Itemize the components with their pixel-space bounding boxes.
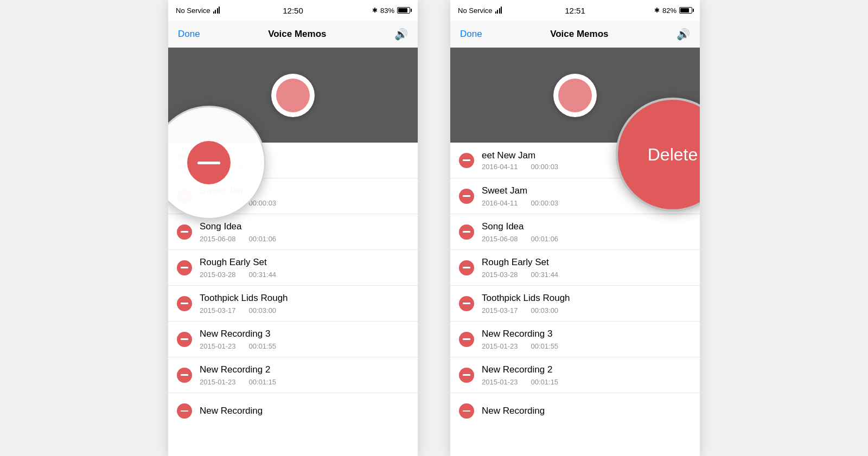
magnified-minus-btn[interactable] xyxy=(187,141,231,184)
recording-date: 2015-03-28 xyxy=(200,271,236,279)
minus-button-2-right[interactable] xyxy=(459,224,474,240)
recording-date: 2015-06-08 xyxy=(482,235,518,243)
battery-pct-right: 82% xyxy=(662,7,676,15)
list-item: New Recording 2 2015-01-23 00:01:15 xyxy=(450,357,700,393)
recording-duration: 00:01:15 xyxy=(531,378,559,386)
recording-duration: 00:01:06 xyxy=(531,235,559,243)
recording-duration: 00:01:55 xyxy=(249,342,277,350)
minus-button-6-left[interactable] xyxy=(177,368,192,383)
recording-duration: 00:00:03 xyxy=(249,199,277,207)
recording-name: Toothpick Lids Rough xyxy=(200,292,409,304)
wifi-icon-right xyxy=(495,7,502,14)
speaker-icon-right[interactable]: 🔊 xyxy=(676,28,690,41)
recording-duration: 00:01:06 xyxy=(249,235,277,243)
done-button-left[interactable]: Done xyxy=(178,29,200,40)
partial-date-right: 2016-04-11 xyxy=(482,163,518,171)
list-item: Song Idea 2015-06-08 00:01:06 xyxy=(168,214,418,250)
done-button-right[interactable]: Done xyxy=(460,29,482,40)
recording-date: 2015-01-23 xyxy=(200,378,236,386)
list-item: Toothpick Lids Rough 2015-03-17 00:03:00 xyxy=(168,286,418,322)
phone-panel-right: No Service 12:51 ✱ 82% Done Voice Memos … xyxy=(450,0,700,456)
recording-name: New Recording xyxy=(200,405,409,417)
status-right-right: ✱ 82% xyxy=(654,7,692,15)
battery-fill xyxy=(398,8,407,12)
minus-button-7-right[interactable] xyxy=(459,403,474,419)
recording-name: New Recording 3 xyxy=(200,328,409,340)
recording-name: Rough Early Set xyxy=(482,256,691,268)
nav-bar-left: Done Voice Memos 🔊 xyxy=(168,21,418,48)
battery-pct: 83% xyxy=(380,7,394,15)
recording-duration: 00:01:15 xyxy=(249,378,277,386)
record-button-inner-right xyxy=(558,79,592,112)
minus-button-3-left[interactable] xyxy=(177,260,192,275)
recording-duration: 00:00:03 xyxy=(531,199,559,207)
minus-button-4-left[interactable] xyxy=(177,296,192,311)
recording-date: 2015-01-23 xyxy=(482,378,518,386)
recording-duration: 00:03:00 xyxy=(249,306,277,314)
minus-button-5-left[interactable] xyxy=(177,332,192,347)
recording-date: 2015-06-08 xyxy=(200,235,236,243)
list-item: Toothpick Lids Rough 2015-03-17 00:03:00 xyxy=(450,286,700,322)
speaker-icon-left[interactable]: 🔊 xyxy=(394,28,408,41)
recording-date: 2015-01-23 xyxy=(482,342,518,350)
recording-date: 2015-03-17 xyxy=(200,306,236,314)
battery-fill-right xyxy=(680,8,689,12)
recording-date: 2016-04-11 xyxy=(482,199,518,207)
list-item: New Recording 3 2015-01-23 00:01:55 xyxy=(450,322,700,357)
recording-duration: 00:31:44 xyxy=(249,271,277,279)
partial-duration-right: 00:00:03 xyxy=(531,163,559,171)
minus-button-7-left[interactable] xyxy=(177,403,192,419)
status-left-right: No Service xyxy=(458,7,502,15)
recording-duration: 00:03:00 xyxy=(531,306,559,314)
wifi-icon xyxy=(213,7,220,14)
list-item: New Recording xyxy=(168,393,418,429)
recording-name: Toothpick Lids Rough xyxy=(482,292,691,304)
record-button-outer-right[interactable] xyxy=(553,74,597,117)
recording-duration: 00:01:55 xyxy=(531,342,559,350)
status-left: No Service xyxy=(176,7,220,15)
phone-panel-left: No Service 12:50 ✱ 83% Done Voice Memos … xyxy=(168,0,418,456)
minus-button-6-right[interactable] xyxy=(459,368,474,383)
recording-name: Rough Early Set xyxy=(200,256,409,268)
recording-name: New Recording xyxy=(482,405,691,417)
status-bar-right: No Service 12:51 ✱ 82% xyxy=(450,0,700,21)
bluetooth-icon: ✱ xyxy=(372,7,378,14)
nav-title-left: Voice Memos xyxy=(268,29,326,40)
recording-date: 2015-03-28 xyxy=(482,271,518,279)
carrier-text-right: No Service xyxy=(458,7,493,15)
list-item: New Recording xyxy=(450,393,700,429)
list-item: New Recording 2 2015-01-23 00:01:15 xyxy=(168,357,418,393)
list-item: New Recording 3 2015-01-23 00:01:55 xyxy=(168,322,418,357)
status-right: ✱ 83% xyxy=(372,7,410,15)
recording-name: Song Idea xyxy=(482,221,691,233)
minus-button-4-right[interactable] xyxy=(459,296,474,311)
status-time-right: 12:51 xyxy=(565,6,585,15)
recording-date: 2015-03-17 xyxy=(482,306,518,314)
battery-icon xyxy=(397,7,410,14)
recording-name: New Recording 2 xyxy=(200,364,409,376)
recording-name: Song Idea xyxy=(200,221,409,233)
bluetooth-icon-right: ✱ xyxy=(654,7,660,14)
record-button-inner-left xyxy=(276,79,310,112)
recording-name: New Recording 3 xyxy=(482,328,691,340)
status-time: 12:50 xyxy=(283,6,303,15)
battery-icon-right xyxy=(679,7,692,14)
minus-button-3-right[interactable] xyxy=(459,260,474,275)
status-bar-left: No Service 12:50 ✱ 83% xyxy=(168,0,418,21)
nav-bar-right: Done Voice Memos 🔊 xyxy=(450,21,700,48)
recording-date: 2015-01-23 xyxy=(200,342,236,350)
minus-button-5-right[interactable] xyxy=(459,332,474,347)
minus-button-top-right[interactable] xyxy=(459,153,474,168)
recording-name: New Recording 2 xyxy=(482,364,691,376)
list-item: Rough Early Set 2015-03-28 00:31:44 xyxy=(450,250,700,286)
nav-title-right: Voice Memos xyxy=(550,29,608,40)
carrier-text: No Service xyxy=(176,7,210,15)
list-item: Rough Early Set 2015-03-28 00:31:44 xyxy=(168,250,418,286)
minus-button-2-left[interactable] xyxy=(177,224,192,240)
list-item: Song Idea 2015-06-08 00:01:06 xyxy=(450,214,700,250)
record-button-outer-left[interactable] xyxy=(271,74,315,117)
recording-duration: 00:31:44 xyxy=(531,271,559,279)
delete-label: Delete xyxy=(648,145,698,165)
minus-button-1-right[interactable] xyxy=(459,189,474,204)
